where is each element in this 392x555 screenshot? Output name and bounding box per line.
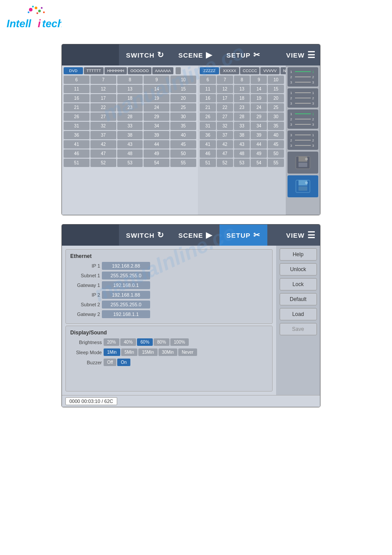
ch-btn-right-51[interactable]: 51 [200,159,216,167]
ch-btn-left-47[interactable]: 47 [90,149,116,158]
ch-btn-left-13[interactable]: 13 [117,85,143,93]
cat-ccccc[interactable]: CCCCC [240,67,259,74]
ch-btn-left-43[interactable]: 43 [117,140,143,149]
brightness-80[interactable]: 80% [154,338,169,346]
ch-btn-left-54[interactable]: 54 [144,159,169,167]
ch-btn-right-46[interactable]: 46 [200,149,216,158]
cat-zzzzz[interactable]: ZZZZZ [200,67,219,74]
ch-btn-right-19[interactable]: 19 [251,94,267,102]
ch-btn-right-38[interactable]: 38 [234,131,250,139]
ch-btn-right-35[interactable]: 35 [268,122,284,130]
ch-btn-right-26[interactable]: 26 [200,112,216,121]
ch-btn-left-14[interactable]: 14 [144,85,169,93]
ch-btn-right-11[interactable]: 11 [200,85,216,93]
nav-setup-1[interactable]: SETUP ✂ [219,44,267,65]
ch-btn-right-25[interactable]: 25 [268,103,284,112]
ch-btn-right-15[interactable]: 15 [268,85,284,93]
ch-btn-left-23[interactable]: 23 [117,103,143,112]
nav-view-2[interactable]: VIEW ☰ [279,225,320,246]
ch-btn-left-44[interactable]: 44 [144,140,169,149]
cat-dvd[interactable]: DVD [64,67,83,74]
ch-btn-left-32[interactable]: 32 [90,122,116,130]
scroll-left[interactable] [176,67,181,74]
ch-btn-left-50[interactable]: 50 [170,149,196,158]
ch-btn-right-9[interactable]: 9 [251,76,267,84]
sleep-15min[interactable]: 15Min [138,348,157,356]
save-btn-1[interactable] [288,152,318,174]
cat-xxxxx[interactable]: XXXXX [220,67,239,74]
ch-btn-right-30[interactable]: 30 [268,112,284,121]
matrix-indicator-3[interactable]: 11 22 33 [288,109,318,129]
ch-btn-left-48[interactable]: 48 [117,149,143,158]
brightness-40[interactable]: 40% [120,338,136,346]
nav-scene-1[interactable]: SCENE ▶ [171,44,219,65]
ch-btn-left-39[interactable]: 39 [144,131,169,139]
buzzer-on[interactable]: On [117,359,130,366]
ch-btn-right-23[interactable]: 23 [234,103,250,112]
ch-btn-right-7[interactable]: 7 [217,76,233,84]
ch-btn-right-29[interactable]: 29 [251,112,267,121]
help-button[interactable]: Help [280,248,317,261]
ch-btn-right-44[interactable]: 44 [251,140,267,149]
ch-btn-left-12[interactable]: 12 [90,85,116,93]
ch-btn-left-24[interactable]: 24 [144,103,169,112]
nav-setup-2[interactable]: SETUP ✂ [219,225,267,246]
ch-btn-right-31[interactable]: 31 [200,122,216,130]
cat-vvvvv[interactable]: VVVVV [260,67,280,74]
ch-btn-right-14[interactable]: 14 [251,85,267,93]
sleep-never[interactable]: Never [178,348,197,356]
ch-btn-right-33[interactable]: 33 [234,122,250,130]
ch-btn-right-22[interactable]: 22 [217,103,233,112]
ch-btn-right-54[interactable]: 54 [251,159,267,167]
buzzer-off[interactable]: Off [104,359,116,366]
ch-btn-right-42[interactable]: 42 [217,140,233,149]
ch-btn-left-40[interactable]: 40 [170,131,196,139]
ch-btn-right-12[interactable]: 12 [217,85,233,93]
ch-btn-left-18[interactable]: 18 [117,94,143,102]
ch-btn-left-8[interactable]: 8 [117,76,143,84]
ch-btn-left-16[interactable]: 16 [64,94,90,102]
ch-btn-left-51[interactable]: 51 [64,159,90,167]
ch-btn-right-49[interactable]: 49 [251,149,267,158]
ch-btn-right-34[interactable]: 34 [251,122,267,130]
ch-btn-left-49[interactable]: 49 [144,149,169,158]
ch-btn-right-32[interactable]: 32 [217,122,233,130]
ch-btn-left-34[interactable]: 34 [144,122,169,130]
ch-btn-left-41[interactable]: 41 [64,140,90,149]
ch-btn-right-18[interactable]: 18 [234,94,250,102]
ch-btn-left-45[interactable]: 45 [170,140,196,149]
ch-btn-left-10[interactable]: 10 [170,76,196,84]
ch-btn-left-35[interactable]: 35 [170,122,196,130]
ch-btn-right-16[interactable]: 16 [200,94,216,102]
unlock-button[interactable]: Unlock [280,263,317,276]
ch-btn-right-27[interactable]: 27 [217,112,233,121]
nav-switch-2[interactable]: SWITCH ↻ [119,225,171,246]
ch-btn-left-31[interactable]: 31 [64,122,90,130]
ch-btn-right-45[interactable]: 45 [268,140,284,149]
cat-hhhhhh[interactable]: HHHHHH [104,67,127,74]
ch-btn-right-55[interactable]: 55 [268,159,284,167]
nav-view-1[interactable]: VIEW ☰ [279,44,320,65]
ch-btn-left-37[interactable]: 37 [90,131,116,139]
ch-btn-left-9[interactable]: 9 [144,76,169,84]
ch-btn-right-20[interactable]: 20 [268,94,284,102]
ch-btn-right-40[interactable]: 40 [268,131,284,139]
ch-btn-left-52[interactable]: 52 [90,159,116,167]
ch-btn-left-6[interactable]: 6 [64,76,90,84]
ch-btn-left-36[interactable]: 36 [64,131,90,139]
sleep-1min[interactable]: 1Min [104,348,120,356]
ch-btn-right-28[interactable]: 28 [234,112,250,121]
cat-oooooo[interactable]: OOOOOO [128,67,151,74]
ch-btn-left-27[interactable]: 27 [90,112,116,121]
ch-btn-left-15[interactable]: 15 [170,85,196,93]
cat-aaaaaa[interactable]: AAAAAA [152,67,173,74]
ch-btn-left-7[interactable]: 7 [90,76,116,84]
matrix-indicator-2[interactable]: 11 22 33 [288,88,318,108]
ch-btn-left-25[interactable]: 25 [170,103,196,112]
ch-btn-left-22[interactable]: 22 [90,103,116,112]
ch-btn-left-20[interactable]: 20 [170,94,196,102]
ch-btn-right-41[interactable]: 41 [200,140,216,149]
ch-btn-right-39[interactable]: 39 [251,131,267,139]
ch-btn-left-26[interactable]: 26 [64,112,90,121]
ch-btn-left-55[interactable]: 55 [170,159,196,167]
